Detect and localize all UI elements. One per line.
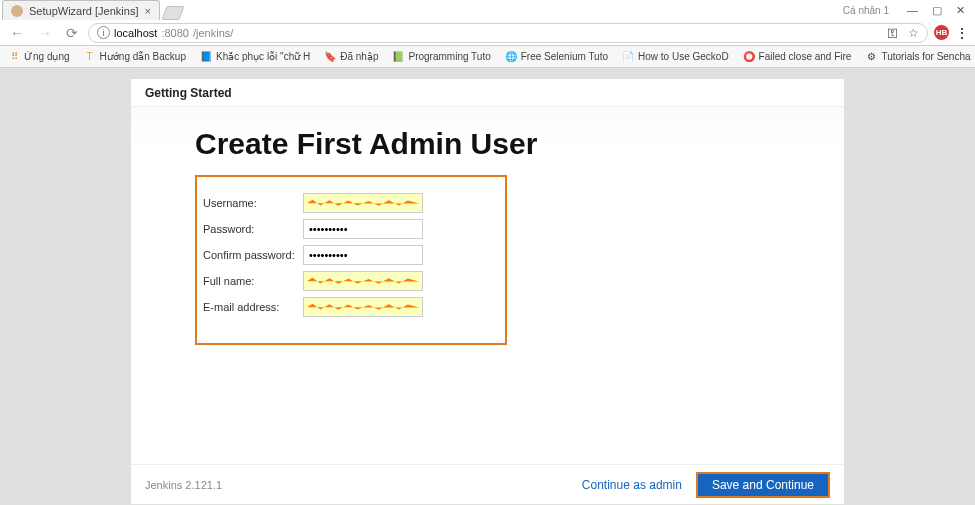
bookmarks-bar: ⠿ Ứng dụng THướng dẫn Backup 📘Khắc phục …: [0, 46, 975, 68]
site-info-icon[interactable]: i: [97, 26, 110, 39]
bookmark-item[interactable]: 🌐Free Selenium Tuto: [505, 51, 608, 63]
bookmark-label: Free Selenium Tuto: [521, 51, 608, 62]
extension-icon[interactable]: HB: [934, 25, 949, 40]
bookmark-item[interactable]: ⭕Failed close and Fire: [743, 51, 852, 63]
bookmark-icon: 📄: [622, 51, 634, 63]
wizard-header: Getting Started: [131, 79, 844, 107]
bookmark-icon: 🌐: [505, 51, 517, 63]
bookmark-label: How to Use GeckoD: [638, 51, 729, 62]
browser-tab[interactable]: SetupWizard [Jenkins] ×: [2, 0, 160, 20]
nav-back-button[interactable]: ←: [6, 25, 28, 41]
bookmark-icon: T: [84, 51, 96, 63]
bookmark-icon: ⭕: [743, 51, 755, 63]
bookmark-label: Khắc phục lỗi "chữ H: [216, 51, 310, 62]
page-title: Create First Admin User: [195, 127, 780, 161]
bookmark-item[interactable]: ⚙Tutorials for Sencha: [865, 51, 970, 63]
bookmark-icon: ⚙: [865, 51, 877, 63]
bookmark-item[interactable]: 📗Programming Tuto: [392, 51, 490, 63]
email-input[interactable]: [303, 297, 423, 317]
apps-icon: ⠿: [8, 51, 20, 63]
bookmark-label: Hướng dẫn Backup: [100, 51, 186, 62]
profile-label[interactable]: Cá nhân 1: [843, 5, 889, 16]
apps-button[interactable]: ⠿ Ứng dụng: [8, 51, 70, 63]
url-port: :8080: [161, 27, 189, 39]
password-label: Password:: [203, 223, 303, 235]
url-host: localhost: [114, 27, 157, 39]
url-path: /jenkins/: [193, 27, 233, 39]
save-and-continue-button[interactable]: Save and Continue: [696, 472, 830, 498]
bookmark-label: Failed close and Fire: [759, 51, 852, 62]
confirm-password-input[interactable]: [303, 245, 423, 265]
bookmark-icon: 📗: [392, 51, 404, 63]
bookmark-icon: 📘: [200, 51, 212, 63]
admin-user-form: Username: Password: Confirm password: Fu…: [195, 175, 507, 345]
tab-title: SetupWizard [Jenkins]: [29, 5, 138, 17]
bookmark-label: Programming Tuto: [408, 51, 490, 62]
nav-forward-button[interactable]: →: [34, 25, 56, 41]
jenkins-version-label: Jenkins 2.121.1: [145, 479, 222, 491]
username-input[interactable]: [303, 193, 423, 213]
chrome-menu-icon[interactable]: ⋮: [955, 25, 969, 41]
bookmark-label: Tutorials for Sencha: [881, 51, 970, 62]
favicon-icon: [11, 5, 23, 17]
tab-close-icon[interactable]: ×: [144, 5, 150, 17]
confirm-password-label: Confirm password:: [203, 249, 303, 261]
password-input[interactable]: [303, 219, 423, 239]
email-label: E-mail address:: [203, 301, 303, 313]
bookmark-item[interactable]: 📄How to Use GeckoD: [622, 51, 729, 63]
window-maximize-icon[interactable]: ▢: [932, 4, 942, 17]
fullname-input[interactable]: [303, 271, 423, 291]
continue-as-admin-link[interactable]: Continue as admin: [582, 478, 682, 492]
bookmark-label: Đã nhập: [340, 51, 378, 62]
bookmark-item[interactable]: THướng dẫn Backup: [84, 51, 186, 63]
setup-wizard-panel: Getting Started Create First Admin User …: [130, 78, 845, 505]
bookmark-star-icon[interactable]: ☆: [908, 26, 919, 40]
username-label: Username:: [203, 197, 303, 209]
address-bar[interactable]: i localhost:8080/jenkins/ ⚿ ☆: [88, 23, 928, 43]
nav-reload-button[interactable]: ⟳: [62, 25, 82, 41]
window-minimize-icon[interactable]: ―: [907, 4, 918, 16]
new-tab-button[interactable]: [161, 6, 184, 20]
bookmark-item[interactable]: 📘Khắc phục lỗi "chữ H: [200, 51, 310, 63]
window-close-icon[interactable]: ✕: [956, 4, 965, 17]
key-icon[interactable]: ⚿: [887, 27, 898, 39]
fullname-label: Full name:: [203, 275, 303, 287]
bookmark-item[interactable]: 🔖Đã nhập: [324, 51, 378, 63]
bookmark-icon: 🔖: [324, 51, 336, 63]
apps-label: Ứng dụng: [24, 51, 70, 62]
